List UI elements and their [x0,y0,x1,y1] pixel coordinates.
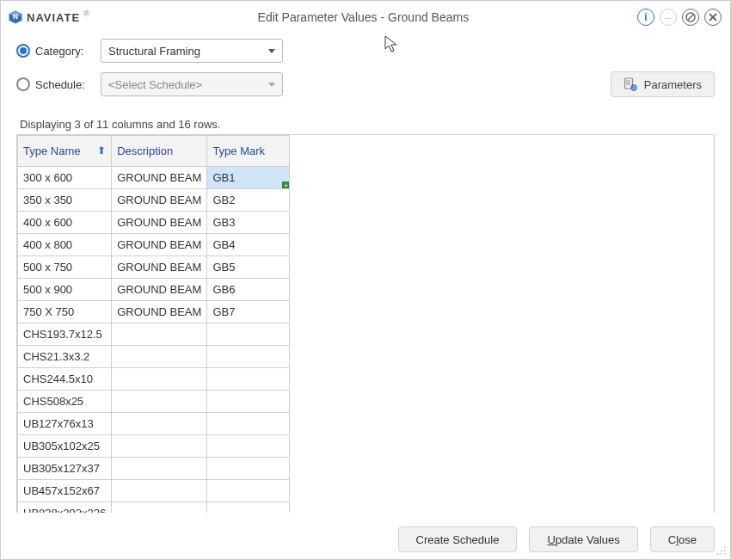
col-header-description[interactable]: Description [112,136,207,167]
cell-type-mark[interactable] [207,323,290,346]
col-header-type-name[interactable]: Type Name⬆ [18,136,112,167]
svg-point-13 [721,550,722,551]
cell-type-mark[interactable] [207,435,290,458]
refresh-button[interactable] [682,9,699,26]
cell-description[interactable] [112,435,207,458]
svg-text:N: N [13,13,18,21]
cell-description[interactable]: GROUND BEAM [112,301,207,323]
status-text: Displaying 3 of 11 columns and 16 rows. [20,118,715,131]
cell-type-name[interactable]: CHS244.5x10 [18,368,112,391]
table-row[interactable]: CHS193.7x12.5 [18,323,290,346]
cell-type-name[interactable]: CHS508x25 [18,391,112,413]
titlebar: N NAVIATE ® Edit Parameter Values - Grou… [1,1,730,34]
create-schedule-button[interactable]: Create Schedule [398,526,518,552]
brand-name: NAVIATE [27,11,80,24]
col-header-type-mark[interactable]: Type Mark [207,136,290,167]
svg-point-16 [721,553,722,555]
cell-type-mark[interactable]: GB3 [207,212,290,234]
cell-description[interactable] [112,368,207,391]
cell-type-name[interactable]: UB305x102x25 [18,435,112,458]
cell-description[interactable]: GROUND BEAM [112,256,207,279]
cell-description[interactable] [112,323,207,346]
table-row[interactable]: CHS508x25 [18,391,290,413]
cell-description[interactable] [112,391,207,413]
cell-type-mark[interactable] [207,346,290,368]
table-row[interactable]: 400 x 800GROUND BEAMGB4 [18,234,290,256]
schedule-label: Schedule: [35,78,85,91]
cell-type-name[interactable]: UB457x152x67 [18,480,112,502]
cell-type-mark[interactable]: GB5 [207,256,290,279]
table-row[interactable]: 350 x 350GROUND BEAMGB2 [18,189,290,212]
cell-type-name[interactable]: 400 x 600 [18,212,112,234]
cell-type-mark[interactable] [207,480,290,502]
svg-point-15 [717,553,719,555]
update-values-button[interactable]: Update Values [529,526,637,552]
cell-type-name[interactable]: UB127x76x13 [18,413,112,435]
cell-description[interactable] [112,346,207,368]
schedule-select: <Select Schedule> [101,72,283,96]
cell-description[interactable] [112,480,207,502]
table-row[interactable]: 500 x 750GROUND BEAMGB5 [18,256,290,279]
cell-type-mark[interactable]: GB4 [207,234,290,256]
category-radio[interactable]: Category: [16,44,101,58]
chevron-down-icon [268,49,275,53]
update-values-label: Update Values [547,533,619,546]
table-row[interactable]: UB305x127x37 [18,458,290,480]
cell-type-mark[interactable] [207,368,290,391]
info-button[interactable]: i [637,9,654,26]
cell-type-name[interactable]: 500 x 900 [18,279,112,301]
title-controls: i – [637,9,722,26]
category-select[interactable]: Structural Framing [101,39,283,63]
parameters-button[interactable]: Parameters [611,71,715,97]
cell-type-name[interactable]: UB305x127x37 [18,458,112,480]
create-schedule-label: Create Schedule [416,533,500,546]
table-row[interactable]: 500 x 900GROUND BEAMGB6 [18,279,290,301]
svg-line-4 [688,15,693,20]
cell-type-name[interactable]: 350 x 350 [18,189,112,212]
cell-type-name[interactable]: 500 x 750 [18,256,112,279]
cell-type-mark[interactable]: GB1 [207,167,290,189]
close-window-button[interactable] [704,9,722,26]
table-row[interactable]: 750 X 750GROUND BEAMGB7 [18,301,290,323]
close-button[interactable]: Close [650,526,715,552]
window-title: Edit Parameter Values - Ground Beams [89,10,637,24]
svg-point-17 [724,553,726,555]
table-row[interactable]: 300 x 600GROUND BEAMGB1 [18,167,290,189]
table-row[interactable]: CHS244.5x10 [18,368,290,391]
cell-type-mark[interactable]: GB6 [207,279,290,301]
cell-type-name[interactable]: 750 X 750 [18,301,112,323]
cell-description[interactable] [112,502,207,514]
cell-description[interactable]: GROUND BEAM [112,189,207,212]
table-row[interactable]: UB127x76x13 [18,413,290,435]
cell-type-mark[interactable] [207,391,290,413]
cell-description[interactable] [112,458,207,480]
cell-description[interactable]: GROUND BEAM [112,167,207,189]
cell-type-mark[interactable]: GB2 [207,189,290,212]
schedule-placeholder: <Select Schedule> [108,78,202,91]
cell-description[interactable]: GROUND BEAM [112,212,207,234]
cell-type-mark[interactable] [207,413,290,435]
cell-type-name[interactable]: CHS21.3x3.2 [18,346,112,368]
cell-type-name[interactable]: UB838x292x226 [18,502,112,514]
cell-type-name[interactable]: 300 x 600 [18,167,112,189]
cell-type-mark[interactable] [207,502,290,514]
data-grid[interactable]: Type Name⬆ Description Type Mark 300 x 6… [16,134,715,513]
cell-type-mark[interactable] [207,458,290,480]
table-row[interactable]: UB457x152x67 [18,480,290,502]
table-row[interactable]: UB305x102x25 [18,435,290,458]
schedule-radio[interactable]: Schedule: [16,77,101,91]
cell-description[interactable]: GROUND BEAM [112,279,207,301]
table-row[interactable]: CHS21.3x3.2 [18,346,290,368]
cell-type-name[interactable]: 400 x 800 [18,234,112,256]
fill-handle-icon[interactable] [280,180,289,188]
category-value: Structural Framing [108,45,200,58]
table-row[interactable]: 400 x 600GROUND BEAMGB3 [18,212,290,234]
cell-type-mark[interactable]: GB7 [207,301,290,323]
cell-description[interactable]: GROUND BEAM [112,234,207,256]
resize-grip[interactable] [716,545,727,556]
table-row[interactable]: UB838x292x226 [18,502,290,514]
cell-type-name[interactable]: CHS193.7x12.5 [18,323,112,346]
cell-description[interactable] [112,413,207,435]
help-button-disabled: – [660,9,677,26]
app-logo: N NAVIATE ® [8,9,89,25]
